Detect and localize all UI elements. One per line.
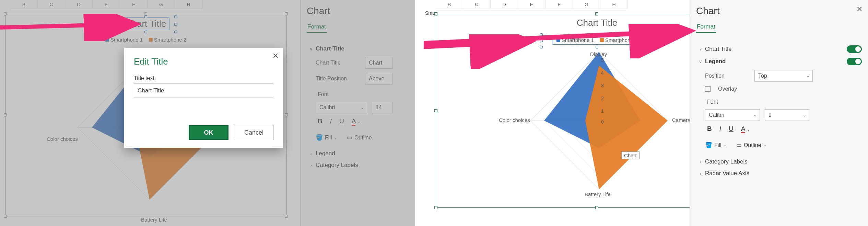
bold-button[interactable]: B [318, 117, 322, 125]
fill-dropdown[interactable]: 🪣Fill⌄ [316, 134, 337, 141]
cell-text: Sma [425, 10, 435, 16]
font-name-select[interactable]: Calibri⌄ [316, 102, 367, 113]
callout-arrow-right-legend [424, 34, 540, 69]
close-icon[interactable]: ✕ [272, 52, 279, 60]
section-category-labels[interactable]: Category Labels [705, 158, 748, 165]
outline-dropdown[interactable]: ▭Outline⌄ [736, 142, 766, 149]
svg-marker-14 [585, 66, 668, 189]
tick-0: 0 [601, 119, 604, 125]
font-section: Font [707, 99, 862, 105]
col-B: B [436, 0, 463, 9]
col-C: C [38, 0, 65, 9]
chart-title-toggle[interactable] [847, 45, 862, 53]
dialog-title: Edit Title [134, 56, 273, 67]
font-size-select[interactable]: 14 [372, 102, 392, 113]
col-G: G [573, 0, 600, 9]
tick-1: 1 [601, 108, 604, 114]
title-label: Chart Title [316, 60, 360, 66]
position-select[interactable]: Top⌄ [754, 70, 813, 82]
chart-tooltip: Chart [621, 151, 640, 159]
format-tab[interactable]: Format [696, 21, 716, 33]
col-H: H [600, 0, 628, 9]
font-color-button[interactable]: A ⌄ [352, 117, 361, 125]
title-position-select[interactable]: Above [365, 73, 392, 84]
chart-format-panel-right[interactable]: ✕ Chart Format ›Chart Title ∨Legend Posi… [690, 0, 868, 226]
tick-2: 2 [601, 95, 604, 101]
underline-button[interactable]: U [339, 117, 344, 125]
ok-button[interactable]: OK [189, 125, 228, 140]
paint-bucket-icon: 🪣 [316, 134, 323, 141]
font-name-select[interactable]: Calibri⌄ [705, 109, 760, 121]
underline-button[interactable]: U [729, 125, 734, 133]
col-C: C [463, 0, 491, 9]
section-chart-title[interactable]: Chart Title [316, 45, 344, 52]
section-chart-title[interactable]: Chart Title [705, 46, 731, 52]
overlay-checkbox[interactable] [705, 86, 711, 92]
col-B: B [10, 0, 38, 9]
cancel-button[interactable]: Cancel [234, 125, 274, 140]
panel-title: Chart [307, 5, 409, 16]
section-legend[interactable]: Legend [705, 58, 726, 65]
tick-3: 3 [601, 83, 604, 88]
column-headers-right: B C D E F G H [436, 0, 628, 9]
axis-left: Color choices [499, 117, 530, 123]
svg-line-16 [424, 41, 532, 48]
title-position-label: Title Position [316, 76, 360, 82]
col-D: D [65, 0, 93, 9]
title-text-label: Title text: [134, 75, 273, 81]
outline-dropdown[interactable]: ▭Outline [347, 134, 372, 141]
bold-button[interactable]: B [707, 125, 712, 133]
overlay-label: Overlay [718, 86, 737, 92]
italic-button[interactable]: I [330, 117, 332, 125]
position-label: Position [705, 73, 750, 79]
close-icon[interactable]: ✕ [856, 5, 863, 14]
panel-title: Chart [696, 5, 862, 16]
italic-button[interactable]: I [719, 125, 721, 133]
edit-title-dialog[interactable]: ✕ Edit Title Title text: OK Cancel [124, 48, 283, 148]
font-size-select[interactable]: 9⌄ [765, 109, 809, 121]
svg-line-3 [0, 24, 137, 27]
title-text-input[interactable] [134, 83, 273, 98]
tick-4: 4 [601, 70, 604, 76]
outline-icon: ▭ [736, 142, 742, 149]
paint-bucket-icon: 🪣 [705, 142, 712, 149]
section-category-labels[interactable]: Category Labels [316, 162, 358, 168]
legend-toggle[interactable] [847, 58, 862, 65]
col-F: F [120, 0, 148, 9]
outline-icon: ▭ [347, 134, 352, 141]
font-section: Font [318, 91, 409, 98]
col-G: G [148, 0, 175, 9]
col-D: D [491, 0, 518, 9]
font-color-button[interactable]: A ⌄ [741, 125, 750, 133]
title-value-input[interactable]: Chart [365, 57, 392, 69]
format-tab[interactable]: Format [307, 21, 327, 33]
axis-left: Color choices [47, 136, 78, 142]
col-H: H [175, 0, 202, 9]
axis-right: Camera [672, 117, 690, 123]
col-F: F [546, 0, 573, 9]
callout-arrow-left [0, 14, 151, 41]
col-E: E [93, 0, 120, 9]
axis-bottom: Battery Life [585, 191, 611, 197]
col-E: E [518, 0, 546, 9]
section-radar-value-axis[interactable]: Radar Value Axis [705, 170, 749, 177]
chart-format-panel-left[interactable]: Chart Format ∨Chart Title Chart Title Ch… [300, 0, 415, 226]
axis-bottom: Battery Life [141, 217, 167, 223]
column-headers-left: B C D E F G H [10, 0, 202, 9]
section-legend[interactable]: Legend [316, 150, 335, 157]
fill-dropdown[interactable]: 🪣Fill⌄ [705, 142, 726, 149]
